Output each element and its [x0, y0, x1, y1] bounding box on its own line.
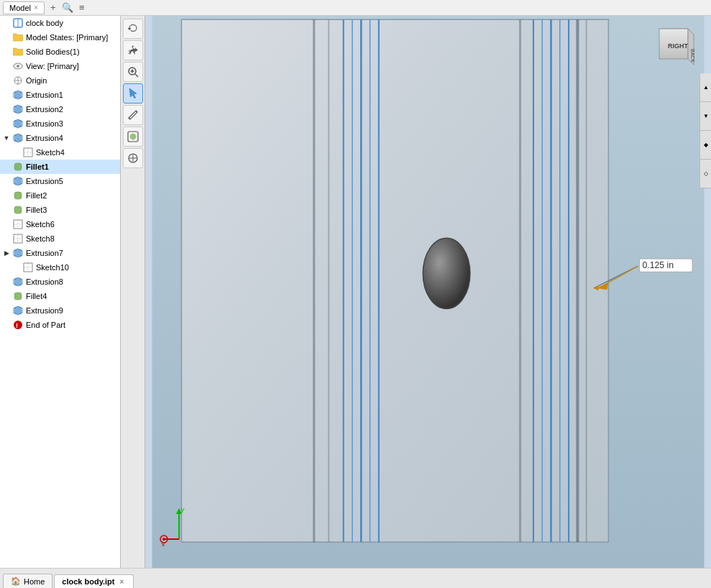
- menu-icon[interactable]: ≡: [76, 2, 88, 14]
- tree-label-solid-bodies: Solid Bodies(1): [26, 47, 80, 56]
- tree-label-end-of-part: End of Part: [26, 321, 65, 329]
- tree-item-sketch10[interactable]: ▶Sketch10: [0, 260, 120, 275]
- tree-label-clock-body: clock body: [26, 19, 63, 27]
- extrusion-icon: [12, 104, 24, 115]
- top-bar: Model × + 🔍 ≡: [0, 0, 711, 16]
- model-tab-label: Model: [9, 4, 31, 12]
- tree-item-view-primary[interactable]: ▶View: [Primary]: [0, 59, 120, 73]
- expand-btn-extrusion7[interactable]: ▶: [3, 249, 10, 257]
- search-icon[interactable]: 🔍: [62, 2, 73, 14]
- tree-item-extrusion5[interactable]: ▶Extrusion5: [0, 174, 120, 188]
- tree-item-end-of-part[interactable]: ▶!End of Part: [0, 318, 120, 332]
- svg-rect-17: [14, 163, 22, 170]
- 3d-viewport[interactable]: 0.125 in: [145, 16, 711, 568]
- tree-item-solid-bodies[interactable]: ▶Solid Bodies(1): [0, 45, 120, 59]
- mini-btn-1[interactable]: ▲: [700, 73, 711, 102]
- expand-btn-extrusion4[interactable]: ▼: [3, 134, 10, 142]
- tree-item-extrusion4[interactable]: ▼Extrusion4: [0, 131, 120, 145]
- sketch-icon: [12, 233, 24, 244]
- tool-zoom[interactable]: [123, 62, 143, 82]
- tree-label-extrusion5: Extrusion5: [26, 177, 63, 185]
- mini-btn-4[interactable]: ◇: [700, 160, 711, 188]
- svg-rect-33: [14, 278, 22, 285]
- tree-label-extrusion1: Extrusion1: [26, 91, 63, 99]
- fillet-icon: [12, 161, 24, 173]
- mini-btn-2[interactable]: ▼: [700, 102, 711, 131]
- tool-pan[interactable]: [123, 40, 143, 60]
- svg-text:0.125 in: 0.125 in: [642, 260, 674, 270]
- sketch-icon: [12, 219, 24, 230]
- tab-home-label: Home: [24, 577, 45, 586]
- svg-rect-6: [14, 91, 22, 98]
- extrusion-icon: [12, 89, 24, 101]
- tree-label-extrusion9: Extrusion9: [26, 306, 63, 315]
- tree-item-extrusion7[interactable]: ▶Extrusion7: [0, 246, 120, 260]
- svg-rect-12: [14, 134, 22, 142]
- tree-label-extrusion3: Extrusion3: [26, 119, 63, 128]
- tool-measure[interactable]: [123, 105, 143, 125]
- sketch-icon: [22, 262, 34, 273]
- svg-point-67: [423, 238, 470, 308]
- tree-label-fillet3: Fillet3: [26, 206, 47, 214]
- tree-label-extrusion4: Extrusion4: [26, 134, 63, 142]
- svg-point-2: [17, 65, 19, 68]
- tree-item-sketch4[interactable]: ▶Sketch4: [0, 145, 120, 160]
- extrusion-icon: [12, 175, 24, 187]
- main-layout: ▶clock body▶Model States: [Primary]▶Soli…: [0, 16, 711, 568]
- tree-item-fillet1[interactable]: ▶Fillet1: [0, 160, 120, 174]
- tree-item-extrusion2[interactable]: ▶Extrusion2: [0, 102, 120, 116]
- svg-rect-21: [14, 206, 22, 213]
- svg-rect-51: [181, 19, 608, 542]
- tool-rotate[interactable]: [123, 19, 143, 39]
- tree-label-sketch10: Sketch10: [36, 263, 69, 272]
- tool-select[interactable]: [123, 83, 143, 104]
- right-mini-panel: ▲ ▼ ◆ ◇: [699, 73, 711, 188]
- fillet-icon: [12, 190, 24, 201]
- tree-item-sketch6[interactable]: ▶Sketch6: [0, 217, 120, 231]
- tab-close-button[interactable]: ×: [117, 577, 126, 586]
- svg-line-44: [129, 118, 130, 119]
- end-of-part-icon: !: [12, 319, 24, 331]
- tree-item-extrusion8[interactable]: ▶Extrusion8: [0, 275, 120, 289]
- tree-item-sketch8[interactable]: ▶Sketch8: [0, 231, 120, 246]
- add-tab-button[interactable]: +: [47, 2, 59, 14]
- model-tab[interactable]: Model ×: [3, 1, 45, 14]
- tree-item-fillet4[interactable]: ▶Fillet4: [0, 289, 120, 303]
- bottom-tabs-bar: 🏠 Home clock body.ipt ×: [0, 568, 711, 588]
- tree-label-fillet4: Fillet4: [26, 292, 47, 300]
- toolbar-strip: [121, 16, 145, 568]
- svg-rect-20: [14, 192, 22, 199]
- tree-item-extrusion1[interactable]: ▶Extrusion1: [0, 88, 120, 102]
- fillet-icon: [12, 290, 24, 302]
- svg-rect-8: [14, 106, 22, 113]
- tree-label-extrusion8: Extrusion8: [26, 277, 63, 286]
- tool-origin[interactable]: [123, 148, 143, 168]
- tab-clock-body[interactable]: clock body.ipt ×: [54, 574, 134, 588]
- svg-line-41: [135, 74, 138, 77]
- feature-tree-panel: ▶clock body▶Model States: [Primary]▶Soli…: [0, 16, 121, 568]
- tree-label-view-primary: View: [Primary]: [26, 62, 79, 70]
- extrusion-icon: [12, 305, 24, 316]
- fillet-icon: [12, 204, 24, 216]
- orientation-cube[interactable]: RIGHT BACK: [645, 23, 697, 75]
- tool-appearance[interactable]: [123, 127, 143, 147]
- tree-label-extrusion2: Extrusion2: [26, 105, 63, 114]
- coordinate-axes: Y X: [160, 507, 199, 546]
- tree-label-fillet1: Fillet1: [26, 162, 49, 171]
- tab-home[interactable]: 🏠 Home: [3, 574, 52, 588]
- tree-label-sketch6: Sketch6: [26, 220, 55, 229]
- svg-rect-35: [14, 293, 22, 300]
- eye-icon: [12, 60, 24, 72]
- tree-item-extrusion3[interactable]: ▶Extrusion3: [0, 116, 120, 131]
- tree-item-fillet3[interactable]: ▶Fillet3: [0, 203, 120, 217]
- svg-point-84: [162, 538, 165, 541]
- mini-btn-3[interactable]: ◆: [700, 131, 711, 160]
- folder-icon: [12, 32, 24, 43]
- tree-item-clock-body[interactable]: ▶clock body: [0, 16, 120, 30]
- tree-item-model-states[interactable]: ▶Model States: [Primary]: [0, 30, 120, 45]
- tree-item-fillet2[interactable]: ▶Fillet2: [0, 188, 120, 203]
- tree-item-origin[interactable]: ▶Origin: [0, 73, 120, 88]
- svg-text:X: X: [161, 541, 165, 546]
- model-tab-close[interactable]: ×: [34, 4, 38, 12]
- tree-item-extrusion9[interactable]: ▶Extrusion9: [0, 303, 120, 318]
